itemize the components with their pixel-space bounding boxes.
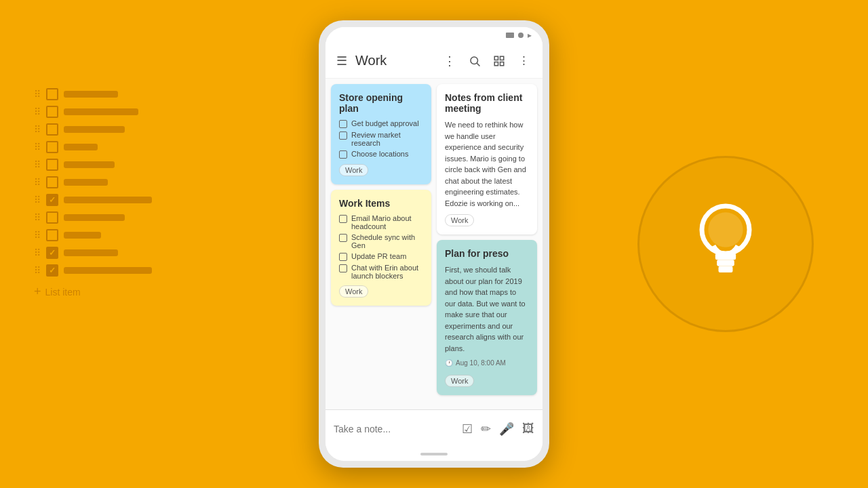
check-box[interactable] xyxy=(339,131,347,140)
list-row: ⠿ xyxy=(34,159,152,171)
svg-rect-4 xyxy=(494,62,498,65)
list-checkbox[interactable] xyxy=(46,88,58,100)
checklist-item: Email Mario about headcount xyxy=(339,214,423,230)
checklist-item-label: Chat with Erin about launch blockers xyxy=(351,264,423,280)
list-checkbox[interactable] xyxy=(46,123,58,136)
checklist-item: Get budget approval xyxy=(339,119,423,128)
menu-icon[interactable]: ☰ xyxy=(334,51,350,71)
list-checkbox[interactable] xyxy=(46,106,58,118)
drag-handle-icon[interactable]: ⠿ xyxy=(34,265,41,276)
note-plan-preso[interactable]: Plan for preso First, we should talk abo… xyxy=(437,240,537,395)
header-more-dots[interactable]: ⋮ xyxy=(441,51,458,71)
list-checkbox[interactable] xyxy=(46,159,58,171)
checklist-item-label: Email Mario about headcount xyxy=(351,214,423,230)
draw-icon[interactable]: ✏ xyxy=(481,422,491,436)
lightbulb-area xyxy=(637,156,814,332)
list-checkbox[interactable] xyxy=(46,176,58,188)
drag-handle-icon[interactable]: ⠿ xyxy=(34,230,41,241)
lightbulb-icon xyxy=(678,197,773,291)
notes-content: Store opening plan Get budget approval R… xyxy=(326,79,542,409)
check-box[interactable] xyxy=(339,120,347,128)
note-client-meeting-body: We need to rethink how we handle user ex… xyxy=(445,119,529,209)
list-bar xyxy=(64,232,101,239)
list-checkbox[interactable] xyxy=(46,264,58,277)
voice-icon[interactable]: 🎤 xyxy=(499,422,514,436)
drag-handle-icon[interactable]: ⠿ xyxy=(34,142,41,152)
checkbox-icon[interactable]: ☑ xyxy=(462,422,473,436)
bottom-bar: ☑ ✏ 🎤 🖼 xyxy=(326,409,542,447)
note-plan-preso-tag[interactable]: Work xyxy=(445,375,474,387)
header-right-actions: ⋮ xyxy=(464,50,534,72)
add-list-item-row[interactable]: + List item xyxy=(34,285,152,299)
drag-handle-icon[interactable]: ⠿ xyxy=(34,159,41,170)
check-box[interactable] xyxy=(339,253,347,261)
check-box[interactable] xyxy=(339,234,347,242)
note-plan-preso-body: First, we should talk about our plan for… xyxy=(445,264,529,354)
app-header: ☰ Work ⋮ ⋮ xyxy=(326,43,542,79)
list-row: ⠿ xyxy=(34,106,152,118)
list-checkbox[interactable] xyxy=(46,229,58,241)
app-title: Work xyxy=(355,53,435,68)
note-store-plan-title: Store opening plan xyxy=(339,92,423,114)
note-store-plan-tag[interactable]: Work xyxy=(339,164,368,176)
layout-icon[interactable] xyxy=(488,50,510,72)
notes-right-column: Notes from client meeting We need to ret… xyxy=(437,84,537,395)
checklist-item-label: Update PR team xyxy=(351,252,406,260)
list-bar xyxy=(64,108,138,115)
clock-icon: 🕐 xyxy=(445,359,453,367)
drag-handle-icon[interactable]: ⠿ xyxy=(34,89,41,100)
search-icon[interactable] xyxy=(464,50,486,72)
svg-rect-3 xyxy=(500,56,504,60)
list-bar xyxy=(64,91,118,98)
image-icon[interactable]: 🖼 xyxy=(522,422,534,436)
checklist-item-label: Get budget approval xyxy=(351,119,419,127)
checklist-item: Review market research xyxy=(339,131,423,147)
check-box[interactable] xyxy=(339,150,347,159)
drag-handle-icon[interactable]: ⠿ xyxy=(34,106,41,117)
list-row: ⠿ xyxy=(34,247,152,259)
note-client-meeting[interactable]: Notes from client meeting We need to ret… xyxy=(437,84,537,235)
take-note-input[interactable] xyxy=(334,424,456,434)
svg-point-0 xyxy=(471,57,478,64)
drag-handle-icon[interactable]: ⠿ xyxy=(34,212,41,223)
status-bar: ▸ xyxy=(326,27,542,43)
list-row: ⠿ xyxy=(34,194,152,206)
list-row: ⠿ xyxy=(34,264,152,277)
list-row: ⠿ xyxy=(34,229,152,241)
drag-handle-icon[interactable]: ⠿ xyxy=(34,195,41,205)
list-bar xyxy=(64,179,108,186)
left-sidebar: ⠿ ⠿ ⠿ ⠿ ⠿ ⠿ ⠿ ⠿ xyxy=(34,88,152,299)
list-checkbox[interactable] xyxy=(46,194,58,206)
list-bar xyxy=(64,267,152,274)
note-plan-preso-title: Plan for preso xyxy=(445,248,529,259)
checklist-item: Schedule sync with Gen xyxy=(339,233,423,249)
list-bar xyxy=(64,144,98,150)
list-checkbox[interactable] xyxy=(46,141,58,153)
checklist-item-label: Review market research xyxy=(351,131,423,147)
svg-rect-5 xyxy=(500,62,504,65)
checklist-item: Choose locations xyxy=(339,150,423,159)
checklist-item-label: Schedule sync with Gen xyxy=(351,233,423,249)
check-box[interactable] xyxy=(339,264,347,272)
add-item-label: List item xyxy=(45,287,81,298)
drag-handle-icon[interactable]: ⠿ xyxy=(34,247,41,258)
note-work-items-tag[interactable]: Work xyxy=(339,285,368,298)
drag-handle-icon[interactable]: ⠿ xyxy=(34,177,41,188)
svg-line-1 xyxy=(477,63,479,66)
add-icon[interactable]: + xyxy=(34,285,41,299)
phone-nav-bar xyxy=(326,447,542,461)
drag-handle-icon[interactable]: ⠿ xyxy=(34,124,41,135)
overflow-menu-icon[interactable]: ⋮ xyxy=(513,50,534,72)
checklist-item: Update PR team xyxy=(339,252,423,261)
note-store-plan[interactable]: Store opening plan Get budget approval R… xyxy=(331,84,431,184)
list-bar xyxy=(64,214,125,221)
list-row: ⠿ xyxy=(34,88,152,100)
note-client-meeting-tag[interactable]: Work xyxy=(445,214,474,226)
list-checkbox[interactable] xyxy=(46,247,58,259)
notes-left-column: Store opening plan Get budget approval R… xyxy=(331,84,431,306)
svg-rect-7 xyxy=(715,253,736,260)
list-bar xyxy=(64,197,152,203)
note-work-items[interactable]: Work Items Email Mario about headcount S… xyxy=(331,190,431,306)
check-box[interactable] xyxy=(339,215,347,223)
list-checkbox[interactable] xyxy=(46,211,58,224)
